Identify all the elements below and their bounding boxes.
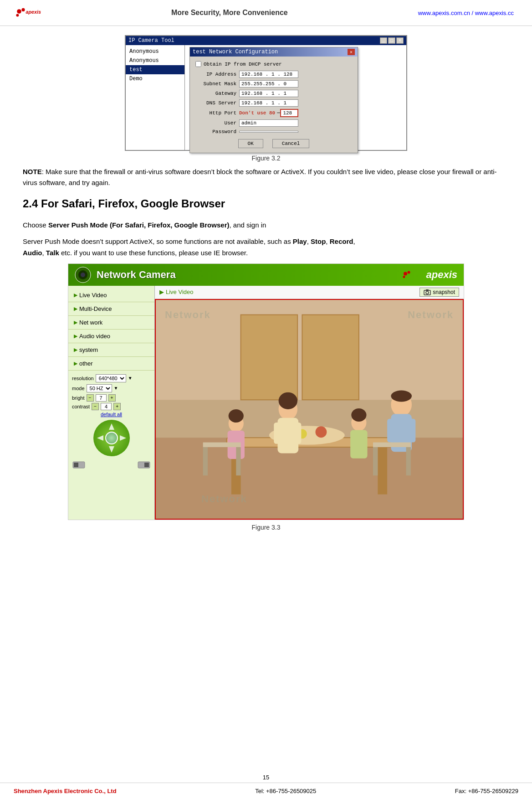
link-separator: / xyxy=(472,10,475,16)
svg-rect-53 xyxy=(373,442,411,447)
svg-rect-26 xyxy=(302,314,358,400)
watermark-2: Network xyxy=(408,309,454,321)
net-config-ok-btn[interactable]: OK xyxy=(238,139,263,148)
netcam-sidebar-other[interactable]: ▶ other xyxy=(68,357,154,371)
gateway-value: 192.168 . 1 . 1 xyxy=(239,90,298,97)
net-config-close-btn[interactable]: × xyxy=(348,49,355,55)
ipcam-close-btn[interactable]: × xyxy=(396,37,404,44)
contrast-label: contrast xyxy=(72,404,90,409)
ipcam-maximize-btn[interactable]: □ xyxy=(388,37,395,44)
contrast-increase-btn[interactable]: + xyxy=(113,403,121,410)
note-bold-prefix: NOTE xyxy=(23,168,42,175)
ipcam-title-buttons: _ □ × xyxy=(380,37,404,44)
snapshot-btn[interactable]: snapshot xyxy=(419,288,459,297)
svg-rect-29 xyxy=(378,447,387,494)
live-video-arrow: ▶ xyxy=(159,289,164,295)
mode-dropdown-icon: ▼ xyxy=(114,386,118,391)
dns-server-row: DNS Server 192.168 . 1 . 1 xyxy=(195,99,352,107)
netcam-sidebar-live-video[interactable]: ▶ Live Video xyxy=(68,289,154,302)
netcam-main-top: ▶ Live Video snapshot xyxy=(155,286,464,299)
netcam-video-placeholder: Network Network Network xyxy=(156,300,463,519)
website2-link[interactable]: www.apexis.cc xyxy=(475,10,514,16)
gateway-label: Gateway xyxy=(195,91,236,96)
svg-point-8 xyxy=(404,272,407,275)
user-row: User admin xyxy=(195,119,352,127)
family-scene-svg xyxy=(156,300,463,519)
svg-point-46 xyxy=(229,409,244,423)
comma1: , xyxy=(307,237,311,245)
netcam-video-area: Network Network Network xyxy=(155,299,464,520)
website1-link[interactable]: www.apexis.com.cn xyxy=(418,10,470,16)
password-value xyxy=(239,131,298,133)
subnet-mask-label: Subnet Mask xyxy=(195,81,236,87)
ipcam-device-item-3[interactable]: Demo xyxy=(126,74,184,83)
password-row: Password xyxy=(195,129,352,134)
user-value: admin xyxy=(239,119,298,127)
intro-text1: Choose xyxy=(23,221,48,229)
svg-marker-13 xyxy=(97,435,103,441)
resolution-row: resolution 640*480 ▼ xyxy=(72,374,151,382)
ipcam-left-panel: Anonymous Anonymous test Demo xyxy=(126,45,185,150)
ipcam-right-panel: test Network Configuration × Obtain IP f… xyxy=(185,45,406,150)
footer-company: Shenzhen Apexis Electronic Co., Ltd xyxy=(14,788,117,794)
logo-area: apexis xyxy=(14,4,41,22)
svg-point-7 xyxy=(81,273,85,277)
netcam-sidebar-live-video-label: Live Video xyxy=(79,292,107,299)
note-text-content: : Make sure that the firewall or anti-vi… xyxy=(23,168,496,186)
svg-rect-25 xyxy=(241,314,297,400)
svg-point-2 xyxy=(16,14,19,16)
netcam-main: ▶ Live Video snapshot xyxy=(155,286,464,520)
netcam-sidebar-audio-video[interactable]: ▶ Audio video xyxy=(68,330,154,343)
svg-point-1 xyxy=(21,8,25,11)
svg-point-43 xyxy=(279,392,297,409)
footer-fax: Fax: +86-755-26509229 xyxy=(455,788,518,794)
netcam-sidebar-network[interactable]: ▶ Net work xyxy=(68,316,154,330)
netcam-sidebar-system-label: system xyxy=(79,346,98,353)
default-all-btn[interactable]: default all xyxy=(72,412,151,417)
net-config-cancel-btn[interactable]: Cancel xyxy=(272,139,310,148)
bright-decrease-btn[interactable]: − xyxy=(87,394,94,402)
svg-rect-51 xyxy=(203,447,208,475)
figure33-label: Figure 3.3 xyxy=(251,524,280,531)
ipcam-title-text: IP Camera Tool xyxy=(128,37,174,44)
svg-marker-14 xyxy=(120,435,126,441)
ipcam-device-item-0[interactable]: Anonymous xyxy=(126,47,184,56)
svg-rect-36 xyxy=(387,418,394,442)
subnet-mask-value: 255.255.255 . 0 xyxy=(239,80,298,88)
watermark-1: Network xyxy=(165,309,211,321)
ipcam-device-item-1[interactable]: Anonymous xyxy=(126,56,184,65)
apexis-logo-icon: apexis xyxy=(14,4,41,22)
dhcp-checkbox[interactable] xyxy=(195,61,201,67)
resolution-select[interactable]: 640*480 xyxy=(96,374,126,382)
contrast-decrease-btn[interactable]: − xyxy=(92,403,99,410)
svg-text:apexis: apexis xyxy=(26,9,41,15)
arrow-icon-other: ▶ xyxy=(74,361,77,366)
gateway-row: Gateway 192.168 . 1 . 1 xyxy=(195,90,352,97)
http-port-row: Http Port Don't use 80 — 128 xyxy=(195,109,352,117)
netcam-sidebar-audio-video-label: Audio video xyxy=(79,333,110,340)
page-header: apexis More Security, More Convenience w… xyxy=(0,0,532,26)
bold-record: Record xyxy=(330,237,353,245)
netcam-title-text: Network Camera xyxy=(97,269,176,281)
netcam-sidebar-system[interactable]: ▶ system xyxy=(68,343,154,357)
mode-select[interactable]: 50 HZ xyxy=(87,384,112,392)
bold-stop: Stop xyxy=(311,237,326,245)
body-text1: Server Push Mode doesn’t support ActiveX… xyxy=(23,237,293,245)
netcam-sidebar-multi-device[interactable]: ▶ Multi-Device xyxy=(68,302,154,316)
password-label: Password xyxy=(195,129,236,134)
live-video-row: ▶ Live Video xyxy=(159,289,193,295)
bright-increase-btn[interactable]: + xyxy=(108,394,116,402)
contrast-row: contrast − 4 + xyxy=(72,403,151,410)
ipcam-title-bar: IP Camera Tool _ □ × xyxy=(126,36,406,45)
ipcam-minimize-btn[interactable]: _ xyxy=(380,37,387,44)
svg-rect-52 xyxy=(236,447,240,475)
port-value: 128 xyxy=(280,109,298,117)
svg-rect-16 xyxy=(74,463,78,467)
comma2: , xyxy=(326,237,329,245)
net-config-dialog: test Network Configuration × Obtain IP f… xyxy=(189,47,358,153)
netcam-window: Network Camera apexis xyxy=(68,263,464,520)
svg-rect-50 xyxy=(203,442,241,447)
control-pad-arrows xyxy=(93,420,130,456)
ipcam-right-bg: test Network Configuration × Obtain IP f… xyxy=(185,45,406,150)
ipcam-device-item-2[interactable]: test xyxy=(126,65,184,74)
